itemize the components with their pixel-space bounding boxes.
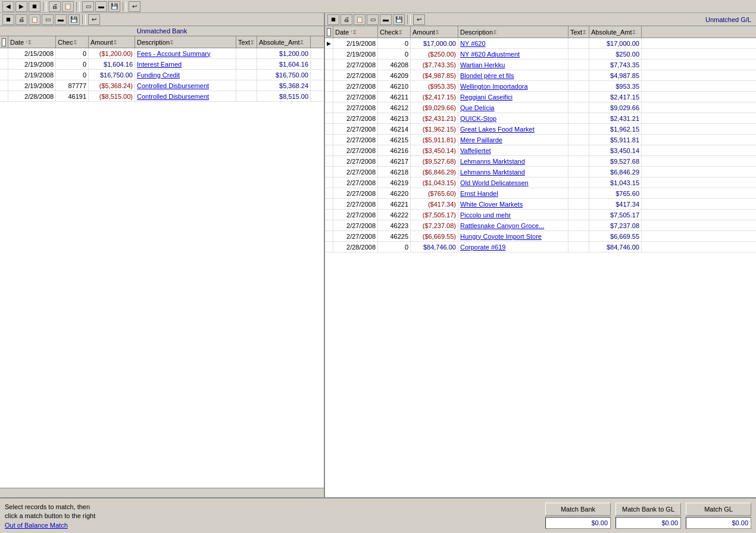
table-row[interactable]: 2/27/2008 46214 ($1,962.15) Great Lakes … [325, 124, 756, 135]
table-row[interactable]: 2/27/2008 46209 ($4,987.85) Blondel père… [325, 70, 756, 81]
left-scrollbar[interactable] [0, 488, 324, 497]
left-stop-btn[interactable]: ⏹ [2, 14, 14, 25]
row-desc[interactable]: Hungry Coyote Import Store [458, 231, 568, 241]
left-col-desc[interactable]: Description Σ [135, 36, 236, 48]
row-desc[interactable]: Great Lakes Food Market [458, 124, 568, 134]
table-row[interactable]: 2/27/2008 46211 ($2,417.15) Reggiani Cas… [325, 92, 756, 102]
left-save-btn[interactable]: 💾 [68, 14, 80, 25]
table-row[interactable]: 2/27/2008 46215 ($5,911.81) Mère Paillar… [325, 135, 756, 145]
left-col-check[interactable]: Chec Σ [56, 36, 89, 48]
row-desc[interactable]: Wellington Importadora [458, 81, 568, 91]
right-window-btn[interactable]: ▭ [367, 14, 379, 25]
table-row[interactable]: 2/27/2008 46223 ($7,237.08) Rattlesnake … [325, 220, 756, 231]
table-row[interactable]: 2/19/2008 0 $16,750.00 Funding Credit $1… [0, 70, 324, 80]
table-row[interactable]: 2/27/2008 46217 ($9,527.68) Lehmanns Mar… [325, 156, 756, 167]
row-desc[interactable]: Old World Delicatessen [458, 177, 568, 188]
row-amount: ($2,417.15) [411, 92, 458, 102]
table-row[interactable]: 2/19/2008 87777 ($5,368.24) Controlled D… [0, 80, 324, 91]
right-copy-btn[interactable]: 📋 [354, 14, 365, 25]
right-max-btn[interactable]: ▬ [380, 14, 392, 25]
right-stop-btn[interactable]: ⏹ [327, 14, 339, 25]
left-copy-btn[interactable]: 📋 [29, 14, 40, 25]
table-row[interactable]: 2/27/2008 46208 ($7,743.35) Wartian Herk… [325, 60, 756, 70]
left-table-body[interactable]: 2/15/2008 0 ($1,200.00) Fees - Account S… [0, 48, 324, 488]
table-row[interactable]: 2/27/2008 46225 ($6,669.55) Hungry Coyot… [325, 231, 756, 242]
left-col-absamt[interactable]: Absolute_Amt Σ [257, 36, 311, 48]
table-row[interactable]: ▶ 2/19/2008 0 $17,000.00 NY #620 $17,000… [325, 38, 756, 49]
match-bank-to-gl-button[interactable]: Match Bank to GL [616, 503, 681, 516]
stop-button[interactable]: ⏹ [29, 1, 40, 12]
left-col-date[interactable]: Date ↑ Σ [8, 36, 56, 48]
row-desc[interactable]: QUICK-Stop [458, 113, 568, 123]
row-desc[interactable]: Fees - Account Summary [135, 48, 236, 58]
row-desc[interactable]: Wartian Herkku [458, 60, 568, 70]
row-desc[interactable]: Ernst Handel [458, 188, 568, 198]
table-row[interactable]: 2/27/2008 46216 ($3,450.14) Vaffeljertet… [325, 145, 756, 156]
row-desc[interactable]: Lehmanns Marktstand [458, 167, 568, 177]
row-desc[interactable]: Blondel père et fils [458, 70, 568, 80]
row-desc[interactable]: NY #620 [458, 38, 568, 48]
right-col-absamt[interactable]: Absolute_Amt Σ [589, 26, 642, 38]
row-desc[interactable]: Vaffeljertet [458, 145, 568, 155]
left-undo-btn[interactable]: ↩ [88, 14, 100, 25]
table-row[interactable]: 2/27/2008 46219 ($1,043.15) Old World De… [325, 177, 756, 188]
row-amount: $1,604.16 [89, 59, 135, 69]
right-col-check[interactable]: Check Σ [378, 26, 411, 38]
row-desc[interactable]: Rattlesnake Canyon Groce... [458, 220, 568, 230]
table-row[interactable]: 2/27/2008 46210 ($953.35) Wellington Imp… [325, 81, 756, 92]
maximize-button[interactable]: ▬ [95, 1, 107, 12]
row-desc[interactable]: NY #620 Adjustment [458, 49, 568, 59]
row-desc[interactable]: Funding Credit [135, 70, 236, 80]
left-print-btn[interactable]: 🖨 [15, 14, 27, 25]
row-desc[interactable]: Corporate #619 [458, 242, 568, 252]
row-indicator [325, 177, 333, 188]
right-col-text[interactable]: Text Σ [568, 26, 589, 38]
right-col-amount[interactable]: Amount Σ [411, 26, 458, 38]
left-max-btn[interactable]: ▬ [55, 14, 67, 25]
row-desc[interactable]: Interest Earned [135, 59, 236, 69]
match-gl-button[interactable]: Match GL [686, 503, 751, 516]
right-undo-btn[interactable]: ↩ [413, 14, 425, 25]
table-row[interactable]: 2/28/2008 0 $84,746.00 Corporate #619 $8… [325, 242, 756, 253]
right-col-date[interactable]: Date ↑ Σ [333, 26, 378, 38]
window-button[interactable]: ▭ [82, 1, 94, 12]
table-row[interactable]: 2/28/2008 46191 ($8,515.00) Controlled D… [0, 91, 324, 102]
row-desc[interactable]: White Clover Markets [458, 199, 568, 209]
left-pane-title: Unmatched Bank [0, 26, 324, 36]
out-of-balance-link[interactable]: Out of Balance Match [5, 522, 95, 529]
right-col-desc[interactable]: Description Σ [458, 26, 568, 38]
left-col-amount[interactable]: Amount Σ [89, 36, 135, 48]
table-row[interactable]: 2/27/2008 46218 ($6,846.29) Lehmanns Mar… [325, 167, 756, 177]
table-row[interactable]: 2/15/2008 0 ($1,200.00) Fees - Account S… [0, 48, 324, 59]
copy-button[interactable]: 📋 [62, 1, 74, 12]
print-button[interactable]: 🖨 [49, 1, 61, 12]
row-desc[interactable]: Reggiani Caseifici [458, 92, 568, 102]
table-row[interactable]: 2/27/2008 46213 ($2,431.21) QUICK-Stop $… [325, 113, 756, 124]
row-check: 46215 [378, 135, 411, 145]
table-row[interactable]: 2/27/2008 46212 ($9,029.66) Que Delícia … [325, 102, 756, 113]
table-row[interactable]: 2/27/2008 46220 ($765.60) Ernst Handel $… [325, 188, 756, 199]
forward-button[interactable]: ▶ [15, 1, 27, 12]
edit-icon-left[interactable] [2, 38, 6, 46]
row-desc[interactable]: Que Delícia [458, 102, 568, 113]
save-button[interactable]: 💾 [108, 1, 120, 12]
match-bank-button[interactable]: Match Bank [545, 503, 611, 516]
table-row[interactable]: 2/27/2008 46221 ($417.34) White Clover M… [325, 199, 756, 210]
row-desc[interactable]: Lehmanns Marktstand [458, 156, 568, 166]
right-table-body[interactable]: ▶ 2/19/2008 0 $17,000.00 NY #620 $17,000… [325, 38, 756, 497]
row-desc[interactable]: Mère Paillarde [458, 135, 568, 145]
back-button[interactable]: ◀ [2, 1, 14, 12]
right-save-btn[interactable]: 💾 [393, 14, 405, 25]
undo-button[interactable]: ↩ [129, 1, 140, 12]
row-desc[interactable]: Piccolo und mehr [458, 210, 568, 220]
left-window-btn[interactable]: ▭ [42, 14, 54, 25]
right-print-btn[interactable]: 🖨 [340, 14, 352, 25]
table-row[interactable]: 2/19/2008 0 ($250.00) NY #620 Adjustment… [325, 49, 756, 60]
row-desc[interactable]: Controlled Disbursement [135, 80, 236, 91]
left-col-text[interactable]: Text Σ [236, 36, 257, 48]
edit-icon-right[interactable] [327, 28, 331, 36]
row-desc[interactable]: Controlled Disbursement [135, 91, 236, 101]
row-date: 2/27/2008 [333, 60, 378, 70]
table-row[interactable]: 2/19/2008 0 $1,604.16 Interest Earned $1… [0, 59, 324, 70]
table-row[interactable]: 2/27/2008 46222 ($7,505.17) Piccolo und … [325, 210, 756, 220]
